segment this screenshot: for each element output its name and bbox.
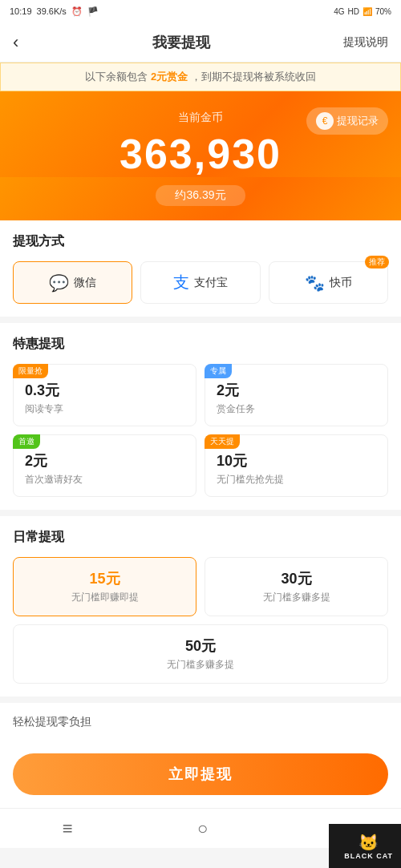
special-amount-1: 2元: [217, 381, 376, 400]
yuan-value: 约36.39元: [156, 185, 245, 206]
status-left: 10:19 39.6K/s ⏰ 🏴: [10, 6, 99, 17]
slogan-text: 轻松提现零负担: [13, 715, 91, 728]
wechat-icon: 💬: [49, 273, 69, 293]
special-card-3[interactable]: 天天提 10元 无门槛先抢先提: [205, 434, 388, 497]
status-4g: 4G: [334, 7, 344, 16]
daily-desc-2: 无门槛多赚多提: [25, 658, 376, 672]
special-amount-2: 2元: [25, 451, 184, 470]
special-grid: 限量抢 0.3元 阅读专享 专属 2元 赏金任务 首邀 2元 首次邀请好友 天天…: [13, 364, 388, 497]
daily-section: 日常提现 15元 无门槛即赚即提 30元 无门槛多赚多提 50元 无门槛多赚多提: [0, 516, 401, 696]
page-title: 我要提现: [152, 33, 210, 52]
black-cat-logo: 🐱 BLACK CAT: [344, 833, 393, 860]
slogan-section: 轻松提现零负担: [0, 703, 401, 741]
daily-card-2[interactable]: 50元 无门槛多赚多提: [13, 624, 388, 684]
special-badge-2: 首邀: [13, 434, 40, 449]
payment-title: 提现方式: [13, 233, 388, 250]
cat-icon: 🐱: [358, 833, 379, 852]
record-button[interactable]: € 提现记录: [306, 107, 388, 135]
coin-amount: 363,930: [13, 131, 388, 177]
payment-wechat[interactable]: 💬 微信: [13, 261, 132, 304]
back-button[interactable]: ‹: [13, 32, 18, 53]
notice-prefix: 以下余额包含: [85, 71, 148, 83]
special-section: 特惠提现 限量抢 0.3元 阅读专享 专属 2元 赏金任务 首邀 2元 首次邀请…: [0, 323, 401, 510]
coin-section: 当前金币 363,930 € 提现记录: [0, 91, 401, 177]
status-bar: 10:19 39.6K/s ⏰ 🏴 4G HD 📶 70%: [0, 0, 401, 22]
daily-amount-2: 50元: [25, 636, 376, 656]
daily-grid: 15元 无门槛即赚即提 30元 无门槛多赚多提: [13, 557, 388, 616]
kuaicoin-icon: 🐾: [305, 273, 325, 293]
payment-alipay[interactable]: 支 支付宝: [140, 261, 260, 304]
special-desc-0: 阅读专享: [25, 402, 184, 416]
daily-desc-1: 无门槛多赚多提: [217, 591, 376, 604]
notice-suffix: ，到期不提现将被系统收回: [191, 71, 316, 83]
daily-amount-0: 15元: [25, 569, 184, 588]
payment-alipay-label: 支付宝: [194, 276, 228, 290]
record-label: 提现记录: [337, 114, 379, 128]
nav-home-icon[interactable]: ○: [197, 818, 208, 839]
special-title: 特惠提现: [13, 336, 388, 353]
special-card-1[interactable]: 专属 2元 赏金任务: [205, 364, 388, 426]
special-card-0[interactable]: 限量抢 0.3元 阅读专享: [13, 364, 196, 426]
notice-highlight: 2元赏金: [151, 71, 188, 83]
status-time: 10:19: [10, 6, 32, 16]
record-icon: €: [316, 112, 334, 130]
yuan-bar: 约36.39元: [0, 177, 401, 220]
status-right: 4G HD 📶 70%: [334, 7, 391, 16]
special-badge-1: 专属: [205, 364, 232, 378]
status-alarm-icon: ⏰: [71, 6, 83, 17]
special-badge-3: 天天提: [205, 434, 240, 449]
nav-menu-icon[interactable]: ≡: [63, 818, 73, 839]
payment-methods: 💬 微信 支 支付宝 推荐 🐾 快币: [13, 261, 388, 304]
payment-kuaicoin-label: 快币: [330, 276, 352, 290]
status-signal: 📶: [363, 7, 372, 16]
special-amount-3: 10元: [217, 451, 376, 470]
daily-card-0[interactable]: 15元 无门槛即赚即提: [13, 557, 196, 616]
special-badge-0: 限量抢: [13, 364, 48, 378]
daily-amount-1: 30元: [217, 569, 376, 588]
daily-desc-0: 无门槛即赚即提: [25, 591, 184, 604]
special-desc-3: 无门槛先抢先提: [217, 473, 376, 486]
payment-section: 提现方式 💬 微信 支 支付宝 推荐 🐾 快币: [0, 220, 401, 317]
payment-wechat-label: 微信: [74, 276, 96, 290]
daily-title: 日常提现: [13, 529, 388, 546]
alipay-icon: 支: [173, 272, 189, 293]
daily-card-1[interactable]: 30元 无门槛多赚多提: [205, 557, 388, 616]
status-battery: 70%: [375, 7, 391, 16]
payment-kuaicoin-badge: 推荐: [365, 256, 389, 268]
nav-bar: ‹ 我要提现 提现说明: [0, 22, 401, 63]
status-hd: HD: [348, 7, 359, 16]
black-cat-text: BLACK CAT: [344, 852, 393, 860]
status-network: 39.6K/s: [37, 6, 67, 16]
submit-button[interactable]: 立即提现: [13, 753, 388, 795]
black-cat-watermark: 🐱 BLACK CAT: [329, 824, 401, 868]
status-flag-icon: 🏴: [87, 6, 99, 17]
special-card-2[interactable]: 首邀 2元 首次邀请好友: [13, 434, 196, 497]
payment-kuaicoin[interactable]: 推荐 🐾 快币: [269, 261, 388, 304]
submit-area: 立即提现: [0, 741, 401, 808]
special-desc-1: 赏金任务: [217, 402, 376, 416]
withdraw-help-button[interactable]: 提现说明: [343, 35, 388, 50]
special-desc-2: 首次邀请好友: [25, 473, 184, 486]
special-amount-0: 0.3元: [25, 381, 184, 400]
notice-bar: 以下余额包含 2元赏金 ，到期不提现将被系统收回: [0, 63, 401, 91]
